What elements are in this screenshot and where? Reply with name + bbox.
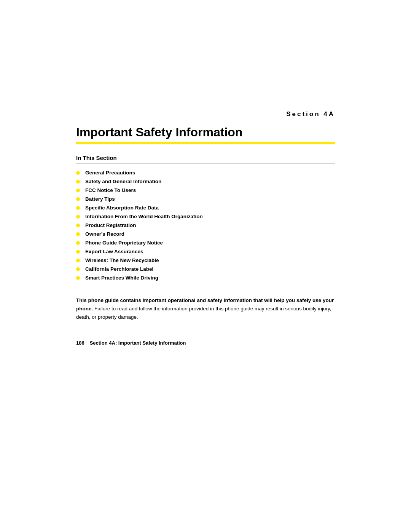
toc-item-label: Product Registration: [85, 222, 136, 228]
bullet-icon: [76, 241, 80, 245]
toc-item: Product Registration: [76, 222, 335, 228]
toc-item-label: Safety and General Information: [85, 179, 161, 184]
in-this-section-header: In This Section: [76, 155, 335, 163]
toc-item-label: Information From the World Health Organi…: [85, 214, 203, 219]
description-block: This phone guide contains important oper…: [76, 296, 335, 321]
bullet-icon: [76, 232, 80, 236]
toc-item-label: Smart Practices While Driving: [85, 275, 158, 281]
toc-item: Smart Practices While Driving: [76, 275, 335, 281]
section-label: Section 4A: [76, 110, 335, 118]
toc-item: Specific Absorption Rate Data: [76, 205, 335, 211]
bullet-icon: [76, 180, 80, 184]
toc-item-label: Phone Guide Proprietary Notice: [85, 240, 163, 246]
toc-item: General Precautions: [76, 170, 335, 176]
toc-item: Battery Tips: [76, 196, 335, 202]
bullet-icon: [76, 197, 80, 201]
footer-section-label: Section 4A: Important Safety Information: [90, 340, 186, 346]
toc-list: General PrecautionsSafety and General In…: [76, 170, 335, 281]
bullet-icon: [76, 171, 80, 175]
toc-item-label: Wireless: The New Recyclable: [85, 257, 159, 263]
toc-item-label: FCC Notice To Users: [85, 187, 136, 193]
bullet-icon: [76, 250, 80, 254]
bullet-icon: [76, 206, 80, 210]
main-title: Important Safety Information: [76, 125, 335, 139]
toc-item: Export Law Assurances: [76, 249, 335, 254]
bullet-icon: [76, 224, 80, 227]
bullet-icon: [76, 276, 80, 280]
toc-item-label: Battery Tips: [85, 196, 115, 202]
toc-item: Phone Guide Proprietary Notice: [76, 240, 335, 246]
description-normal: Failure to read and follow the informati…: [76, 306, 331, 320]
section-divider-top: [76, 163, 335, 164]
toc-item: Information From the World Health Organi…: [76, 214, 335, 219]
page-number: 186: [76, 340, 84, 346]
content-area: Section 4A Important Safety Information …: [76, 0, 335, 376]
toc-item-label: California Perchlorate Label: [85, 266, 153, 272]
toc-item-label: Specific Absorption Rate Data: [85, 205, 159, 211]
bullet-icon: [76, 267, 80, 271]
toc-item: Owner's Record: [76, 231, 335, 237]
section-divider-bottom: [76, 287, 335, 287]
toc-item: Wireless: The New Recyclable: [76, 257, 335, 263]
page-container: Section 4A Important Safety Information …: [0, 0, 411, 532]
toc-item-label: Export Law Assurances: [85, 249, 143, 254]
yellow-rule: [76, 142, 335, 144]
toc-item-label: Owner's Record: [85, 231, 124, 237]
bullet-icon: [76, 215, 80, 219]
toc-item: California Perchlorate Label: [76, 266, 335, 272]
bullet-icon: [76, 259, 80, 262]
toc-item: Safety and General Information: [76, 179, 335, 184]
bullet-icon: [76, 189, 80, 192]
page-footer: 186 Section 4A: Important Safety Informa…: [76, 340, 335, 346]
toc-item-label: General Precautions: [85, 170, 135, 176]
toc-item: FCC Notice To Users: [76, 187, 335, 193]
